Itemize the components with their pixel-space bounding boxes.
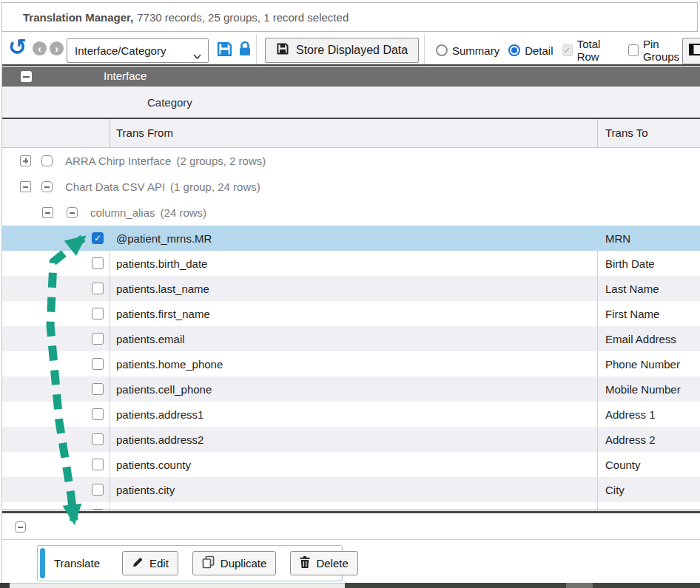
bottom-edge-strip: [10, 583, 345, 588]
bottom-edge-strip: [566, 583, 593, 588]
trans-from-cell: patients.city: [110, 477, 597, 502]
tree-row-chart-data-csv-api[interactable]: Chart Data CSV API (1 group, 24 rows): [2, 174, 700, 200]
group-header-interface-label: Interface: [104, 70, 147, 82]
table-row[interactable]: patients.city City: [2, 477, 700, 502]
section-divider: [2, 511, 700, 513]
store-displayed-data-label: Store Displayed Data: [296, 44, 408, 57]
trans-from-cell: patients.county: [110, 452, 597, 477]
trans-to-cell: City: [597, 477, 700, 502]
delete-button[interactable]: Delete: [290, 551, 357, 575]
trans-from-cell: patients.last_name: [110, 276, 597, 301]
trans-to-cell: Address 2: [597, 427, 700, 452]
trans-from-cell: patients.cell_phone: [110, 376, 597, 402]
row-checkbox[interactable]: [92, 333, 104, 345]
group-header-category-label: Category: [147, 96, 192, 109]
detail-panel-collapse-row: [2, 515, 700, 540]
collapse-detail-panel-icon[interactable]: [15, 521, 26, 533]
group-checkbox[interactable]: [41, 181, 53, 192]
panel-accent-bar: [40, 548, 45, 578]
table-row[interactable]: patients.birth_date Birth Date: [2, 251, 700, 276]
trans-to-cell: Phone Number: [597, 351, 700, 376]
row-checkbox[interactable]: [92, 433, 104, 445]
translate-panel-label: Translate: [54, 557, 100, 570]
duplicate-button[interactable]: Duplicate: [192, 551, 277, 575]
trans-from-cell: patients.email: [110, 326, 597, 351]
trans-to-cell: First Name: [597, 301, 700, 326]
row-checkbox[interactable]: [92, 308, 104, 320]
column-divider: [110, 119, 110, 147]
row-checkbox[interactable]: [92, 484, 104, 496]
collapse-icon[interactable]: [42, 207, 53, 218]
collapse-interface-icon[interactable]: [21, 71, 32, 82]
row-checkbox[interactable]: [92, 459, 104, 470]
row-checkbox[interactable]: ✓: [92, 232, 104, 244]
grouping-select-value: Interface/Category: [75, 44, 166, 57]
translate-panel: Translate Edit Duplicate Delete: [37, 545, 343, 581]
group-checkbox[interactable]: [67, 207, 78, 218]
trans-from-cell: patients.first_name: [110, 301, 597, 326]
edit-button-label: Edit: [149, 557, 169, 570]
group-header-interface: Interface: [2, 67, 700, 87]
table-row[interactable]: patients.address1 Address 1: [2, 402, 700, 427]
save-icon[interactable]: [216, 41, 233, 61]
tree-row-counts: (24 rows): [161, 206, 207, 219]
row-checkbox[interactable]: [92, 283, 104, 294]
bottom-edge-strip: [345, 583, 700, 588]
row-checkbox[interactable]: [92, 408, 104, 420]
column-header-trans-to[interactable]: Trans To: [605, 126, 648, 139]
column-header-row: Trans From Trans To: [2, 119, 700, 148]
tree-row-column-alias[interactable]: column_alias (24 rows): [2, 200, 700, 226]
row-checkbox[interactable]: [92, 257, 104, 269]
table-row[interactable]: patients.email Email Address: [2, 326, 700, 351]
radio-detail[interactable]: [508, 44, 520, 56]
table-row[interactable]: patients.last_name Last Name: [2, 276, 700, 301]
trans-from-cell: patients.home_phone: [110, 351, 597, 376]
checkbox-total-row-label: Total Row: [577, 38, 619, 63]
row-checkbox[interactable]: [92, 358, 104, 370]
column-header-trans-from[interactable]: Trans From: [116, 126, 173, 139]
checkbox-pin-groups[interactable]: [628, 44, 639, 56]
checkbox-total-row[interactable]: ✓: [562, 44, 573, 56]
table-row[interactable]: patients.address2 Address 2: [2, 427, 700, 452]
tree-row-arra-chirp[interactable]: ARRA Chirp Interface (2 groups, 2 rows): [2, 148, 700, 174]
title-bar: Translation Manager, 7730 records, 25 gr…: [1, 2, 698, 32]
table-row[interactable]: patients.county County: [2, 452, 700, 477]
table-row[interactable]: patients.home_phone Phone Number: [2, 351, 700, 376]
trans-to-cell: Mobile Number: [597, 376, 700, 402]
delete-button-label: Delete: [316, 557, 348, 570]
undo-icon[interactable]: ↺: [8, 33, 27, 62]
expand-icon[interactable]: [20, 155, 31, 166]
tree-row-label: Chart Data CSV API: [65, 180, 165, 193]
radio-summary[interactable]: [436, 44, 448, 56]
tree-row-counts: (2 groups, 2 rows): [176, 155, 266, 167]
radio-summary-label: Summary: [452, 44, 499, 57]
lock-icon[interactable]: [238, 41, 252, 60]
column-layout-button[interactable]: [682, 38, 700, 64]
grouping-select[interactable]: Interface/Category: [67, 38, 209, 63]
trans-from-cell: patients.address2: [110, 427, 597, 452]
trans-from-cell: patients.address1: [110, 402, 597, 427]
edit-button[interactable]: Edit: [122, 551, 178, 575]
trans-to-cell: Email Address: [597, 326, 700, 351]
collapse-icon[interactable]: [20, 181, 31, 192]
trash-icon: [300, 556, 310, 571]
back-icon[interactable]: ‹: [33, 41, 47, 55]
store-displayed-data-button[interactable]: Store Displayed Data: [265, 38, 419, 63]
trans-to-cell: Last Name: [597, 276, 700, 301]
toolbar-separator: [256, 34, 257, 64]
floppy-icon: [276, 42, 289, 58]
table-row[interactable]: patients.first_name First Name: [2, 301, 700, 326]
group-checkbox[interactable]: [41, 155, 53, 166]
copy-icon: [202, 555, 215, 571]
app-title: Translation Manager,: [23, 11, 133, 24]
pencil-icon: [132, 556, 144, 570]
translation-manager-window: Translation Manager, 7730 records, 25 gr…: [0, 0, 700, 588]
grid-body: ARRA Chirp Interface (2 groups, 2 rows) …: [2, 148, 700, 510]
footer: Translate Edit Duplicate Delete: [2, 540, 700, 583]
table-row-selected[interactable]: ✓ @patient_mrns.MR MRN: [2, 226, 700, 251]
trans-to-cell: Birth Date: [597, 251, 700, 276]
forward-icon[interactable]: ›: [50, 41, 64, 55]
view-options: Summary Detail ✓ Total Row Pin Groups: [436, 38, 700, 63]
table-row[interactable]: patients.cell_phone Mobile Number: [2, 376, 700, 402]
row-checkbox[interactable]: [92, 383, 104, 395]
